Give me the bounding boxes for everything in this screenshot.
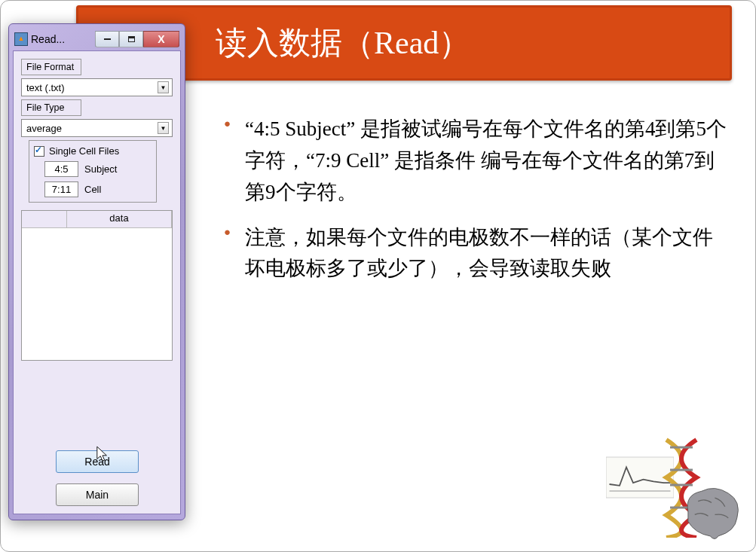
cell-range-input[interactable]: 7:11 [44,181,78,197]
single-cell-checkbox-row[interactable]: Single Cell Files [34,145,152,157]
data-table-header: data [22,211,172,228]
close-button[interactable]: X [143,31,179,47]
chevron-down-icon: ▼ [158,122,169,134]
file-format-value: text (.txt) [26,82,65,93]
data-table-rowheader [22,211,67,227]
brain-icon [678,481,745,541]
file-type-label: File Type [21,99,81,116]
button-area: Read Main [27,450,167,506]
data-table[interactable]: data [21,210,173,361]
window-client-area: File Format text (.txt) ▼ File Type aver… [13,50,181,514]
subject-label: Subject [84,163,117,175]
single-cell-checkbox[interactable] [34,146,44,157]
window-title: Read... [31,33,92,45]
file-format-label: File Format [21,59,81,75]
cell-label: Cell [84,184,101,195]
single-cell-group: Single Cell Files 4:5 Subject 7:11 Cell [29,140,157,203]
bullet-item: 注意，如果每个文件的电极数不一样的话（某个文件坏电极标多了或少了），会导致读取失… [219,222,732,285]
window-controls: X [95,31,179,47]
slide-title: 读入数据（Read） [216,22,470,64]
main-button[interactable]: Main [56,483,139,506]
chevron-down-icon: ▼ [158,81,169,93]
slide-content: “4:5 Subject” 是指被试编号在每个文件名的第4到第5个字符，“7:9… [219,114,732,298]
single-cell-label: Single Cell Files [49,145,119,157]
file-type-value: average [26,123,62,134]
minimize-button[interactable] [95,31,119,47]
slide-container: 读入数据（Read） Read... X File Format text (.… [0,0,756,552]
file-format-dropdown[interactable]: text (.txt) ▼ [21,78,173,96]
read-window: Read... X File Format text (.txt) ▼ File… [8,23,185,520]
bullet-item: “4:5 Subject” 是指被试编号在每个文件名的第4到第5个字符，“7:9… [219,114,732,209]
matlab-icon [14,32,28,46]
file-type-dropdown[interactable]: average ▼ [21,119,173,137]
decoration-corner [606,432,749,545]
data-column-label: data [67,211,172,227]
maximize-button[interactable] [119,31,143,47]
titlebar: Read... X [13,28,181,50]
read-button[interactable]: Read [56,450,139,473]
subject-range-input[interactable]: 4:5 [44,161,78,177]
